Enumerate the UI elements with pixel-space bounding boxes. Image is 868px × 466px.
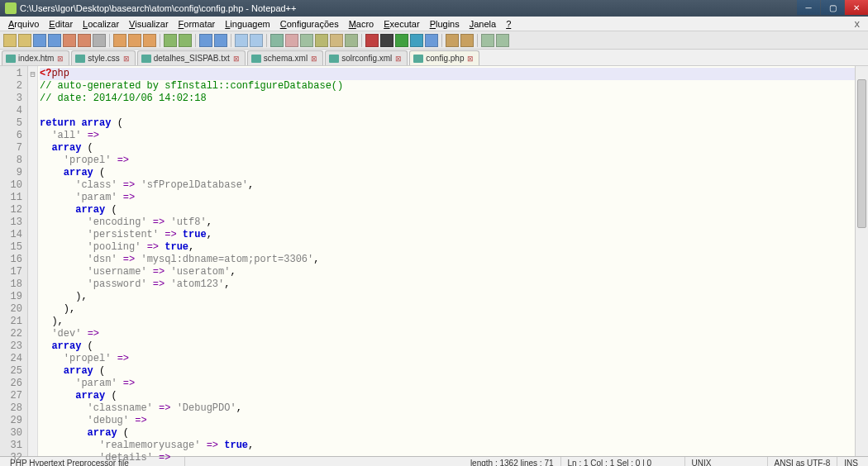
fold-marker[interactable]: [28, 427, 37, 440]
code-line[interactable]: 'param' =>: [40, 378, 868, 390]
tab-close-icon[interactable]: ⊠: [311, 55, 317, 63]
menu-plugins[interactable]: Plugins: [425, 19, 465, 29]
code-line[interactable]: 'details' =>: [40, 452, 868, 464]
code-line[interactable]: 'encoding' => 'utf8',: [40, 216, 868, 229]
vertical-scrollbar[interactable]: [855, 66, 868, 456]
code-line[interactable]: 'all' =>: [40, 130, 868, 142]
scrollbar-thumb[interactable]: [857, 79, 866, 228]
stop-macro-icon[interactable]: [380, 34, 393, 47]
code-line[interactable]: ),: [40, 316, 868, 328]
menu-linguagem[interactable]: Linguagem: [220, 19, 274, 29]
close-document-button[interactable]: x: [850, 17, 866, 30]
tab-index-htm[interactable]: index.htm⊠: [2, 50, 69, 65]
menu-formatar[interactable]: Formatar: [174, 19, 221, 29]
new-file-icon[interactable]: [3, 34, 17, 47]
tab-close-icon[interactable]: ⊠: [123, 55, 130, 63]
fold-marker[interactable]: [28, 440, 37, 452]
code-line[interactable]: array (: [40, 365, 868, 378]
fold-marker[interactable]: [28, 229, 37, 241]
editor[interactable]: 1234567891011121314151617181920212223242…: [0, 66, 868, 456]
code-line[interactable]: // auto-generated by sfInstall::configur…: [40, 80, 868, 93]
lang-icon[interactable]: [330, 34, 343, 47]
record-macro-icon[interactable]: [365, 34, 379, 47]
folder-icon[interactable]: [345, 34, 358, 47]
tab-close-icon[interactable]: ⊠: [233, 55, 240, 63]
fold-marker[interactable]: [28, 155, 37, 167]
code-line[interactable]: 'debug' =>: [40, 415, 868, 427]
replace-icon[interactable]: [214, 34, 227, 47]
fold-marker[interactable]: [28, 192, 37, 204]
code-line[interactable]: 'pooling' => true,: [40, 241, 868, 254]
find-icon[interactable]: [199, 34, 212, 47]
menu-?[interactable]: ?: [501, 19, 516, 29]
code-line[interactable]: array (: [40, 142, 868, 155]
zoom-out-icon[interactable]: [250, 34, 263, 47]
save-all-icon[interactable]: [48, 34, 61, 47]
fold-marker[interactable]: [28, 278, 37, 291]
tab-close-icon[interactable]: ⊠: [57, 55, 64, 63]
undo-icon[interactable]: [164, 34, 177, 47]
close-icon[interactable]: [63, 34, 76, 47]
code-line[interactable]: 'dev' =>: [40, 328, 868, 340]
paste-icon[interactable]: [143, 34, 156, 47]
close-all-icon[interactable]: [78, 34, 91, 47]
show-all-icon[interactable]: [300, 34, 313, 47]
code-line[interactable]: array (: [40, 167, 868, 179]
play-multi-icon[interactable]: [410, 34, 423, 47]
save-macro-icon[interactable]: [425, 34, 438, 47]
open-file-icon[interactable]: [18, 34, 31, 47]
code-line[interactable]: array (: [40, 390, 868, 402]
tab-close-icon[interactable]: ⊠: [395, 55, 402, 63]
maximize-button[interactable]: ▢: [821, 0, 844, 15]
cut-icon[interactable]: [113, 34, 126, 47]
fold-marker[interactable]: [28, 167, 37, 179]
menu-macro[interactable]: Macro: [344, 19, 379, 29]
fold-marker[interactable]: [28, 402, 37, 415]
code-line[interactable]: array (: [40, 340, 868, 353]
fold-marker[interactable]: [28, 254, 37, 266]
fold-marker[interactable]: [28, 105, 37, 117]
fold-marker[interactable]: [28, 266, 37, 278]
code-line[interactable]: 'password' => 'atom123',: [40, 278, 868, 291]
wrap-icon[interactable]: [285, 34, 298, 47]
code-line[interactable]: return array (: [40, 117, 868, 130]
code-line[interactable]: 'persistent' => true,: [40, 229, 868, 241]
fold-marker[interactable]: [28, 353, 37, 365]
menu-configurações[interactable]: Configurações: [275, 19, 344, 29]
comment-icon[interactable]: [481, 34, 494, 47]
fold-marker[interactable]: [28, 390, 37, 402]
fold-marker[interactable]: [28, 303, 37, 316]
fold-marker[interactable]: [28, 291, 37, 303]
fold-marker[interactable]: ⊟: [28, 68, 37, 80]
fold-marker[interactable]: [28, 142, 37, 155]
tab-config-php[interactable]: config.php⊠: [409, 50, 479, 65]
code-line[interactable]: array (: [40, 427, 868, 440]
code-line[interactable]: 'propel' =>: [40, 155, 868, 167]
menu-janela[interactable]: Janela: [465, 19, 501, 29]
code-area[interactable]: <?php// auto-generated by sfInstall::con…: [38, 66, 868, 456]
fold-marker[interactable]: [28, 241, 37, 254]
code-line[interactable]: // date: 2014/10/06 14:02:18: [40, 93, 868, 105]
minimize-button[interactable]: ─: [797, 0, 820, 15]
menu-editar[interactable]: Editar: [44, 19, 78, 29]
uncomment-icon[interactable]: [496, 34, 509, 47]
outdent-icon[interactable]: [446, 34, 459, 47]
tab-detalhes_SISPAB-txt[interactable]: detalhes_SISPAB.txt⊠: [137, 50, 246, 65]
code-line[interactable]: array (: [40, 204, 868, 216]
fold-marker[interactable]: [28, 216, 37, 229]
code-line[interactable]: 'realmemoryusage' => true,: [40, 440, 868, 452]
code-line[interactable]: <?php: [40, 68, 868, 80]
code-line[interactable]: [40, 105, 868, 117]
play-macro-icon[interactable]: [395, 34, 408, 47]
fold-column[interactable]: ⊟: [28, 66, 38, 456]
zoom-in-icon[interactable]: [235, 34, 248, 47]
copy-icon[interactable]: [128, 34, 141, 47]
fold-marker[interactable]: [28, 415, 37, 427]
menu-localizar[interactable]: Localizar: [78, 19, 124, 29]
code-line[interactable]: 'classname' => 'DebugPDO',: [40, 402, 868, 415]
menu-visualizar[interactable]: Visualizar: [124, 19, 174, 29]
fold-marker[interactable]: [28, 365, 37, 378]
fold-marker[interactable]: [28, 316, 37, 328]
code-line[interactable]: 'propel' =>: [40, 353, 868, 365]
fold-marker[interactable]: [28, 93, 37, 105]
